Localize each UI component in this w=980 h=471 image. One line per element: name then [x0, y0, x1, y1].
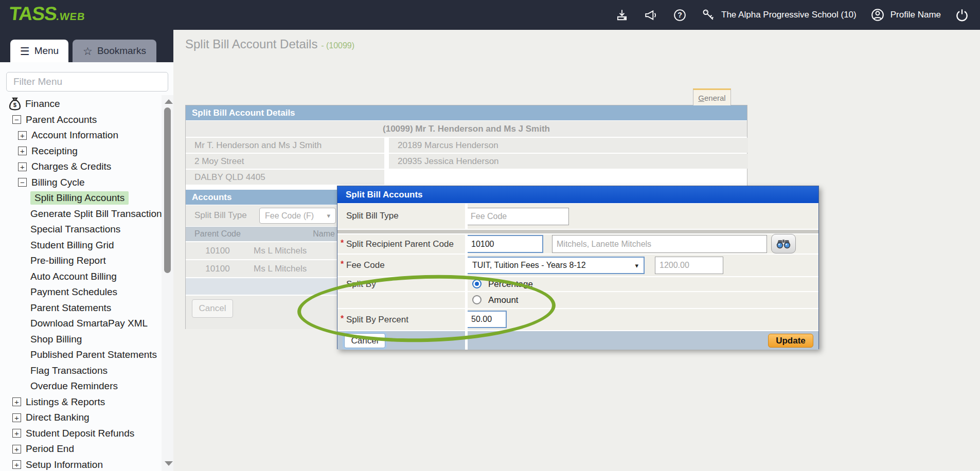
sidebar-item[interactable]: Flag Transactions	[0, 363, 164, 379]
modal-update-button[interactable]: Update	[768, 334, 813, 348]
modal-split-bill-type-label: Split Bill Type	[346, 211, 399, 221]
collapse-icon[interactable]: −	[12, 115, 21, 124]
tab-menu[interactable]: ☰ Menu	[10, 40, 68, 62]
sidebar-item[interactable]: Published Parent Statements	[0, 347, 164, 363]
sidebar-item-label: Auto Account Billing	[30, 271, 117, 282]
student-line: 20189 Marcus Henderson	[389, 138, 748, 153]
required-asterisk: *	[341, 260, 344, 269]
address-line: DALBY QLD 4405	[186, 170, 384, 185]
recipient-name-field[interactable]	[552, 235, 767, 253]
tab-bookmarks[interactable]: ☆ Bookmarks	[73, 40, 156, 62]
fee-amount-field[interactable]	[655, 257, 723, 274]
top-bar: TASS.WEB ? The Alpha Progressive School …	[0, 0, 980, 30]
hamburger-icon: ☰	[20, 46, 30, 57]
required-asterisk: *	[341, 314, 344, 323]
sidebar-item-label: Charges & Credits	[31, 161, 111, 172]
profile-name: Profile Name	[890, 10, 941, 20]
fee-code-select[interactable]: TUIT, Tuition Fees - Years 8-12 ▾	[466, 257, 645, 274]
sidebar-item[interactable]: Generate Split Bill Transactions	[0, 206, 164, 222]
cell-parent-code: 10100	[186, 242, 250, 259]
sidebar-item[interactable]: +Setup Information	[0, 457, 164, 471]
sidebar-scrollbar[interactable]	[162, 95, 173, 471]
svg-text:?: ?	[678, 11, 682, 19]
sidebar-item[interactable]: +Student Deposit Refunds	[0, 426, 164, 442]
sidebar-item-label: Shop Billing	[30, 334, 82, 345]
scroll-down-icon[interactable]	[165, 461, 173, 466]
sidebar-item[interactable]: −Parent Accounts	[0, 112, 164, 128]
sidebar-item[interactable]: +Listings & Reports	[0, 394, 164, 410]
download-icon[interactable]	[614, 7, 630, 23]
search-parent-button[interactable]	[771, 234, 796, 253]
modal-footer: Cancel Update	[337, 331, 818, 350]
recipient-code-input[interactable]	[466, 235, 543, 253]
tass-logo: TASS.WEB	[8, 3, 87, 25]
sidebar-item-label: Published Parent Statements	[30, 349, 157, 360]
recipient-label: Split Recipient Parent Code	[346, 239, 454, 249]
modal-column-divider	[465, 203, 468, 350]
modal-row-recipient: * Split Recipient Parent Code	[337, 234, 818, 253]
sidebar-item[interactable]: Special Transactions	[0, 222, 164, 238]
sidebar-item-label: Period End	[26, 443, 74, 455]
sidebar-item-label: Pre-billing Report	[30, 255, 106, 266]
cell-name: Ms L Mitchels	[254, 242, 307, 259]
scrollbar-thumb[interactable]	[164, 107, 171, 273]
logout-icon[interactable]	[954, 7, 970, 23]
sidebar-item-label: Account Information	[31, 130, 118, 141]
sidebar-item[interactable]: +Receipting	[0, 143, 164, 159]
sidebar-item[interactable]: Pre-billing Report	[0, 253, 164, 269]
sidebar-item[interactable]: +Charges & Credits	[0, 159, 164, 175]
chevron-down-icon: ▾	[635, 262, 638, 269]
address-line: Mr T. Henderson and Ms J Smith	[186, 138, 384, 153]
fee-code-label: Fee Code	[346, 260, 385, 270]
radio-percentage[interactable]	[472, 279, 482, 288]
split-percent-input[interactable]	[466, 311, 507, 328]
sidebar-item[interactable]: +Account Information	[0, 128, 164, 143]
logo-suffix: .WEB	[56, 11, 86, 22]
accounts-cancel-button[interactable]: Cancel	[192, 299, 233, 318]
sidebar-item-label: Download SmartaPay XML	[30, 318, 148, 329]
tab-general[interactable]: General	[693, 88, 731, 105]
sidebar-item[interactable]: Split Billing Accounts	[0, 190, 164, 206]
expand-icon[interactable]: +	[12, 445, 21, 454]
sidebar-item-label: Payment Schedules	[30, 286, 117, 298]
expand-icon[interactable]: +	[12, 413, 21, 422]
sidebar-item-label: Finance	[25, 98, 60, 110]
collapse-icon[interactable]: −	[18, 178, 27, 187]
sidebar-item[interactable]: +Direct Banking	[0, 410, 164, 426]
scroll-up-icon[interactable]	[165, 99, 173, 104]
split-bill-accounts-modal: Split Bill Accounts Split Bill Type * Sp…	[337, 186, 819, 349]
split-bill-type-field[interactable]	[466, 208, 569, 225]
split-bill-type-select[interactable]: Fee Code (F) ▾	[259, 208, 336, 224]
sidebar-item[interactable]: Payment Schedules	[0, 284, 164, 300]
split-bill-type-label: Split Bill Type	[194, 210, 247, 221]
sidebar-item[interactable]: Download SmartaPay XML	[0, 316, 164, 332]
account-banner: (10099) Mr T. Henderson and Ms J Smith	[186, 121, 747, 137]
sidebar-item[interactable]: Shop Billing	[0, 332, 164, 348]
radio-amount-label: Amount	[488, 295, 519, 305]
radio-amount[interactable]	[472, 295, 482, 304]
expand-icon[interactable]: +	[18, 162, 27, 171]
help-icon[interactable]: ?	[672, 7, 687, 23]
chevron-down-icon: ▾	[327, 212, 330, 220]
sidebar-item[interactable]: Auto Account Billing	[0, 269, 164, 285]
school-name: The Alpha Progressive School (10)	[721, 10, 857, 20]
sidebar-item[interactable]: Student Billing Grid	[0, 238, 164, 253]
sidebar-item[interactable]: Parent Statements	[0, 300, 164, 316]
expand-icon[interactable]: +	[12, 429, 21, 438]
sidebar-item[interactable]: Overdue Reminders	[0, 378, 164, 394]
sidebar-item[interactable]: −Billing Cycle	[0, 175, 164, 191]
expand-icon[interactable]: +	[18, 131, 27, 140]
sidebar-item-label: Parent Accounts	[26, 114, 97, 125]
school-switcher[interactable]: The Alpha Progressive School (10)	[701, 7, 857, 23]
modal-cancel-button[interactable]: Cancel	[344, 333, 385, 348]
expand-icon[interactable]: +	[12, 397, 21, 406]
sidebar-item-label: Billing Cycle	[31, 177, 84, 188]
profile-menu[interactable]: Profile Name	[870, 7, 941, 23]
required-asterisk: *	[341, 239, 344, 248]
expand-icon[interactable]: +	[12, 460, 21, 469]
sidebar-item[interactable]: $Finance	[0, 96, 164, 112]
announcements-icon[interactable]	[643, 7, 658, 23]
expand-icon[interactable]: +	[18, 147, 27, 155]
filter-menu-input[interactable]	[6, 72, 168, 92]
sidebar-item[interactable]: +Period End	[0, 441, 164, 457]
